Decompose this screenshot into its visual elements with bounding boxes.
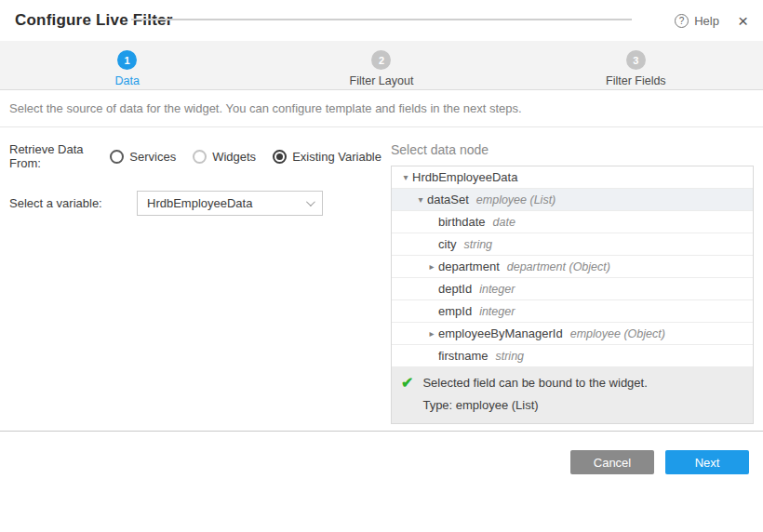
tree-node-type: integer [479, 305, 515, 318]
cancel-button[interactable]: Cancel [570, 450, 654, 474]
tree-node-type: integer [479, 283, 515, 296]
data-node-tree: ▾ HrdbEmployeeData ▾ dataSet employee (L… [391, 166, 754, 424]
tree-node-dataset[interactable]: ▾ dataSet employee (List) [392, 189, 753, 211]
page-title: Configure Live Filter [15, 11, 173, 30]
source-radio-group: Services Widgets Existing Variable [110, 150, 382, 164]
select-variable-label: Select a variable: [9, 196, 137, 210]
step-3-label: Filter Fields [606, 74, 666, 87]
tree-node-label: firstname [438, 349, 488, 363]
tree-node-label: department [438, 259, 500, 273]
tree-node-label: empId [438, 304, 472, 318]
description-bar: Select the source of data for the widget… [0, 90, 763, 127]
tree-node-firstname[interactable]: firstname string [392, 345, 753, 367]
radio-existing-variable-label: Existing Variable [292, 150, 382, 164]
tree-node-label: HrdbEmployeeData [412, 170, 517, 184]
wizard-stepper: 1 Data 2 Filter Layout 3 Filter Fields [0, 41, 763, 90]
tree-node-city[interactable]: city string [392, 233, 753, 256]
tree-node-label: birthdate [438, 215, 486, 229]
radio-services[interactable]: Services [110, 150, 176, 164]
tree-node-type: department (Object) [507, 260, 610, 273]
source-form: Retrieve Data From: Services Widgets Exi… [9, 127, 382, 216]
tree-node-label: deptId [438, 282, 472, 296]
tree-node-type: string [464, 238, 493, 251]
help-icon: ? [675, 14, 689, 28]
close-icon[interactable]: × [738, 12, 748, 30]
stepper-connector-line [131, 19, 632, 20]
step-2-circle: 2 [371, 50, 391, 70]
variable-select-value: HrdbEmployeeData [147, 196, 252, 210]
step-filter-fields[interactable]: 3 Filter Fields [509, 41, 763, 89]
tree-node-employeebymanagerid[interactable]: ▸ employeeByManagerId employee (Object) [392, 323, 753, 345]
step-1-label: Data [114, 74, 139, 87]
tree-node-deptid[interactable]: deptId integer [392, 278, 753, 300]
tree-node-birthdate[interactable]: birthdate date [392, 211, 753, 233]
step-3-circle: 3 [626, 50, 646, 70]
help-button[interactable]: ? Help [675, 14, 719, 28]
radio-existing-variable[interactable]: Existing Variable [273, 150, 382, 164]
binding-status-message: Selected field can be bound to the widge… [422, 375, 647, 392]
chevron-down-icon [306, 197, 315, 206]
retrieve-data-from-label: Retrieve Data From: [9, 142, 110, 170]
caret-down-icon[interactable]: ▾ [399, 172, 412, 182]
tree-node-hrdbemployeedata[interactable]: ▾ HrdbEmployeeData [392, 166, 753, 189]
tree-node-type: string [495, 350, 524, 363]
caret-down-icon[interactable]: ▾ [414, 194, 427, 205]
step-1-circle: 1 [117, 50, 137, 70]
step-2-label: Filter Layout [350, 74, 414, 87]
radio-unchecked-icon [110, 150, 124, 164]
check-icon: ✔ [401, 375, 413, 414]
dialog-content: Retrieve Data From: Services Widgets Exi… [0, 127, 763, 431]
tree-node-label: employeeByManagerId [438, 326, 563, 340]
help-label: Help [694, 14, 719, 28]
caret-right-icon[interactable]: ▸ [425, 328, 438, 339]
tree-node-type: date [493, 216, 515, 229]
step-data[interactable]: 1 Data [0, 41, 254, 89]
radio-checked-icon [273, 150, 287, 164]
tree-node-department[interactable]: ▸ department department (Object) [392, 256, 753, 278]
radio-widgets[interactable]: Widgets [193, 150, 256, 164]
radio-widgets-label: Widgets [212, 150, 256, 164]
dialog-footer: Cancel Next [0, 431, 763, 532]
tree-node-label: city [438, 237, 457, 251]
radio-unchecked-dim-icon [193, 150, 207, 164]
caret-right-icon[interactable]: ▸ [425, 261, 438, 272]
variable-select[interactable]: HrdbEmployeeData [137, 191, 323, 216]
description-text: Select the source of data for the widget… [9, 101, 522, 115]
tree-node-type: employee (List) [476, 193, 556, 206]
tree-node-empid[interactable]: empId integer [392, 300, 753, 323]
next-button[interactable]: Next [665, 450, 749, 474]
tree-node-label: dataSet [427, 193, 469, 206]
binding-status-type: Type: employee (List) [422, 397, 647, 414]
binding-status-box: ✔ Selected field can be bound to the wid… [392, 367, 753, 423]
configure-live-filter-dialog: Configure Live Filter ? Help × 1 Data 2 … [0, 0, 763, 532]
step-filter-layout[interactable]: 2 Filter Layout [254, 41, 508, 89]
select-data-node-heading: Select data node [391, 142, 754, 157]
radio-services-label: Services [129, 150, 176, 164]
data-node-section: Select data node ▾ HrdbEmployeeData ▾ da… [391, 127, 754, 424]
dialog-header: Configure Live Filter ? Help × [0, 0, 763, 41]
tree-node-type: employee (Object) [570, 327, 665, 340]
